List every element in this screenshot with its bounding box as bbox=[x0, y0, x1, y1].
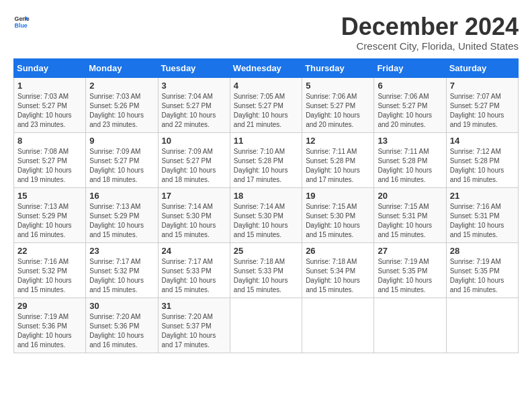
calendar-cell: 15 Sunrise: 7:13 AM Sunset: 5:29 PM Dayl… bbox=[14, 187, 86, 242]
day-info: Sunrise: 7:09 AM Sunset: 5:27 PM Dayligh… bbox=[162, 147, 226, 185]
day-info: Sunrise: 7:17 AM Sunset: 5:32 PM Dayligh… bbox=[89, 257, 154, 295]
day-number: 10 bbox=[162, 136, 226, 146]
day-info: Sunrise: 7:15 AM Sunset: 5:30 PM Dayligh… bbox=[306, 202, 370, 240]
day-info: Sunrise: 7:11 AM Sunset: 5:28 PM Dayligh… bbox=[306, 147, 370, 185]
calendar-cell: 11 Sunrise: 7:10 AM Sunset: 5:28 PM Dayl… bbox=[230, 132, 302, 187]
calendar-cell: 16 Sunrise: 7:13 AM Sunset: 5:29 PM Dayl… bbox=[86, 187, 158, 242]
header-wednesday: Wednesday bbox=[230, 58, 302, 77]
days-header-row: Sunday Monday Tuesday Wednesday Thursday… bbox=[14, 58, 519, 77]
day-number: 28 bbox=[450, 246, 515, 256]
day-number: 31 bbox=[162, 301, 226, 311]
day-number: 17 bbox=[162, 191, 226, 201]
calendar-cell: 4 Sunrise: 7:05 AM Sunset: 5:27 PM Dayli… bbox=[230, 77, 302, 132]
logo-icon: General Blue bbox=[13, 13, 30, 30]
calendar-cell: 19 Sunrise: 7:15 AM Sunset: 5:30 PM Dayl… bbox=[302, 187, 374, 242]
day-info: Sunrise: 7:20 AM Sunset: 5:37 PM Dayligh… bbox=[162, 312, 226, 350]
calendar-cell: 24 Sunrise: 7:17 AM Sunset: 5:33 PM Dayl… bbox=[158, 242, 230, 298]
day-number: 18 bbox=[234, 191, 298, 201]
day-number: 14 bbox=[450, 136, 515, 146]
day-info: Sunrise: 7:09 AM Sunset: 5:27 PM Dayligh… bbox=[89, 147, 154, 185]
day-number: 26 bbox=[306, 246, 370, 256]
calendar-cell: 31 Sunrise: 7:20 AM Sunset: 5:37 PM Dayl… bbox=[158, 298, 230, 353]
calendar-cell: 20 Sunrise: 7:15 AM Sunset: 5:31 PM Dayl… bbox=[374, 187, 446, 242]
day-number: 6 bbox=[378, 81, 442, 91]
logo: General Blue bbox=[13, 13, 30, 30]
day-info: Sunrise: 7:19 AM Sunset: 5:36 PM Dayligh… bbox=[17, 312, 82, 350]
calendar-cell: 23 Sunrise: 7:17 AM Sunset: 5:32 PM Dayl… bbox=[86, 242, 158, 298]
day-info: Sunrise: 7:19 AM Sunset: 5:35 PM Dayligh… bbox=[378, 257, 442, 295]
calendar-table: Sunday Monday Tuesday Wednesday Thursday… bbox=[13, 58, 519, 353]
day-info: Sunrise: 7:17 AM Sunset: 5:33 PM Dayligh… bbox=[162, 257, 226, 295]
day-info: Sunrise: 7:13 AM Sunset: 5:29 PM Dayligh… bbox=[17, 202, 82, 240]
page-header: General Blue December 2024 Crescent City… bbox=[13, 13, 519, 52]
calendar-cell: 28 Sunrise: 7:19 AM Sunset: 5:35 PM Dayl… bbox=[446, 242, 518, 298]
day-info: Sunrise: 7:20 AM Sunset: 5:36 PM Dayligh… bbox=[89, 312, 154, 350]
calendar-cell: 13 Sunrise: 7:11 AM Sunset: 5:28 PM Dayl… bbox=[374, 132, 446, 187]
day-number: 13 bbox=[378, 136, 442, 146]
calendar-week-row: 15 Sunrise: 7:13 AM Sunset: 5:29 PM Dayl… bbox=[14, 187, 519, 242]
calendar-cell: 2 Sunrise: 7:03 AM Sunset: 5:26 PM Dayli… bbox=[86, 77, 158, 132]
day-number: 9 bbox=[89, 136, 154, 146]
day-info: Sunrise: 7:06 AM Sunset: 5:27 PM Dayligh… bbox=[378, 92, 442, 130]
day-number: 12 bbox=[306, 136, 370, 146]
day-info: Sunrise: 7:13 AM Sunset: 5:29 PM Dayligh… bbox=[89, 202, 154, 240]
day-info: Sunrise: 7:14 AM Sunset: 5:30 PM Dayligh… bbox=[162, 202, 226, 240]
calendar-cell bbox=[302, 298, 374, 353]
calendar-cell bbox=[446, 298, 518, 353]
calendar-cell: 7 Sunrise: 7:07 AM Sunset: 5:27 PM Dayli… bbox=[446, 77, 518, 132]
day-number: 3 bbox=[162, 81, 226, 91]
day-number: 30 bbox=[89, 301, 154, 311]
calendar-cell: 17 Sunrise: 7:14 AM Sunset: 5:30 PM Dayl… bbox=[158, 187, 230, 242]
calendar-cell: 14 Sunrise: 7:12 AM Sunset: 5:28 PM Dayl… bbox=[446, 132, 518, 187]
day-number: 20 bbox=[378, 191, 442, 201]
calendar-cell: 25 Sunrise: 7:18 AM Sunset: 5:33 PM Dayl… bbox=[230, 242, 302, 298]
calendar-cell: 22 Sunrise: 7:16 AM Sunset: 5:32 PM Dayl… bbox=[14, 242, 86, 298]
calendar-cell: 3 Sunrise: 7:04 AM Sunset: 5:27 PM Dayli… bbox=[158, 77, 230, 132]
day-number: 21 bbox=[450, 191, 515, 201]
calendar-title: December 2024 bbox=[341, 13, 519, 40]
calendar-week-row: 29 Sunrise: 7:19 AM Sunset: 5:36 PM Dayl… bbox=[14, 298, 519, 353]
calendar-cell: 6 Sunrise: 7:06 AM Sunset: 5:27 PM Dayli… bbox=[374, 77, 446, 132]
title-area: December 2024 Crescent City, Florida, Un… bbox=[341, 13, 519, 52]
day-info: Sunrise: 7:04 AM Sunset: 5:27 PM Dayligh… bbox=[162, 92, 226, 130]
day-info: Sunrise: 7:03 AM Sunset: 5:27 PM Dayligh… bbox=[17, 92, 82, 130]
day-info: Sunrise: 7:12 AM Sunset: 5:28 PM Dayligh… bbox=[450, 147, 515, 185]
day-info: Sunrise: 7:16 AM Sunset: 5:31 PM Dayligh… bbox=[450, 202, 515, 240]
day-info: Sunrise: 7:05 AM Sunset: 5:27 PM Dayligh… bbox=[234, 92, 298, 130]
calendar-cell: 5 Sunrise: 7:06 AM Sunset: 5:27 PM Dayli… bbox=[302, 77, 374, 132]
day-info: Sunrise: 7:19 AM Sunset: 5:35 PM Dayligh… bbox=[450, 257, 515, 295]
calendar-cell: 12 Sunrise: 7:11 AM Sunset: 5:28 PM Dayl… bbox=[302, 132, 374, 187]
day-info: Sunrise: 7:03 AM Sunset: 5:26 PM Dayligh… bbox=[89, 92, 154, 130]
day-number: 19 bbox=[306, 191, 370, 201]
day-info: Sunrise: 7:18 AM Sunset: 5:34 PM Dayligh… bbox=[306, 257, 370, 295]
day-number: 27 bbox=[378, 246, 442, 256]
day-number: 24 bbox=[162, 246, 226, 256]
day-info: Sunrise: 7:10 AM Sunset: 5:28 PM Dayligh… bbox=[234, 147, 298, 185]
day-number: 11 bbox=[234, 136, 298, 146]
day-info: Sunrise: 7:07 AM Sunset: 5:27 PM Dayligh… bbox=[450, 92, 515, 130]
calendar-cell: 26 Sunrise: 7:18 AM Sunset: 5:34 PM Dayl… bbox=[302, 242, 374, 298]
day-number: 7 bbox=[450, 81, 515, 91]
calendar-week-row: 22 Sunrise: 7:16 AM Sunset: 5:32 PM Dayl… bbox=[14, 242, 519, 298]
calendar-week-row: 8 Sunrise: 7:08 AM Sunset: 5:27 PM Dayli… bbox=[14, 132, 519, 187]
day-number: 29 bbox=[17, 301, 82, 311]
day-info: Sunrise: 7:06 AM Sunset: 5:27 PM Dayligh… bbox=[306, 92, 370, 130]
calendar-cell bbox=[230, 298, 302, 353]
calendar-cell: 27 Sunrise: 7:19 AM Sunset: 5:35 PM Dayl… bbox=[374, 242, 446, 298]
header-monday: Monday bbox=[86, 58, 158, 77]
calendar-cell: 1 Sunrise: 7:03 AM Sunset: 5:27 PM Dayli… bbox=[14, 77, 86, 132]
day-info: Sunrise: 7:14 AM Sunset: 5:30 PM Dayligh… bbox=[234, 202, 298, 240]
header-thursday: Thursday bbox=[302, 58, 374, 77]
day-info: Sunrise: 7:16 AM Sunset: 5:32 PM Dayligh… bbox=[17, 257, 82, 295]
calendar-cell bbox=[374, 298, 446, 353]
day-number: 5 bbox=[306, 81, 370, 91]
calendar-cell: 10 Sunrise: 7:09 AM Sunset: 5:27 PM Dayl… bbox=[158, 132, 230, 187]
calendar-week-row: 1 Sunrise: 7:03 AM Sunset: 5:27 PM Dayli… bbox=[14, 77, 519, 132]
day-number: 16 bbox=[89, 191, 154, 201]
day-number: 25 bbox=[234, 246, 298, 256]
day-number: 8 bbox=[17, 136, 82, 146]
calendar-cell: 9 Sunrise: 7:09 AM Sunset: 5:27 PM Dayli… bbox=[86, 132, 158, 187]
day-number: 1 bbox=[17, 81, 82, 91]
day-number: 4 bbox=[234, 81, 298, 91]
calendar-cell: 18 Sunrise: 7:14 AM Sunset: 5:30 PM Dayl… bbox=[230, 187, 302, 242]
